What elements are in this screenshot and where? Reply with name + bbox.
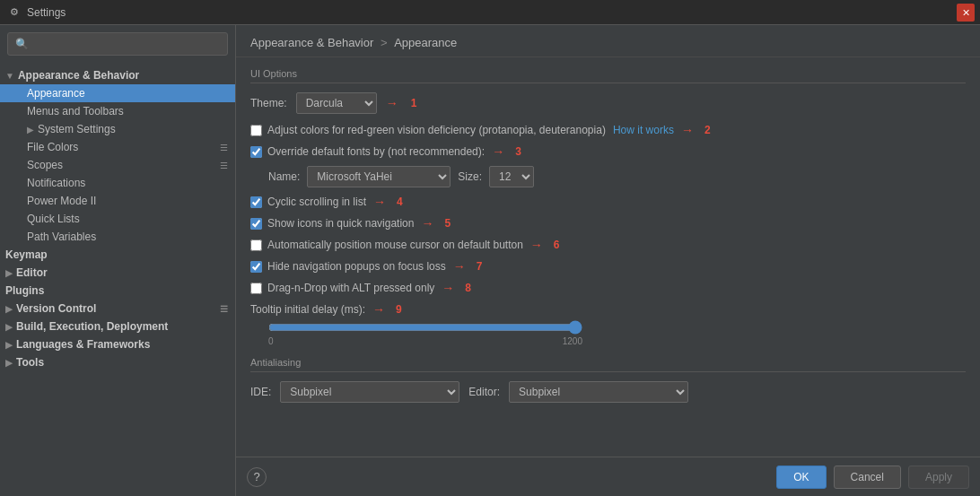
sidebar-item-label: System Settings <box>38 123 116 135</box>
ui-options-label: UI Options <box>250 68 966 83</box>
show-icons-checkbox[interactable] <box>250 218 262 230</box>
sidebar-item-build-execution[interactable]: Build, Execution, Deployment <box>0 318 235 335</box>
auto-position-row: Automatically position mouse cursor on d… <box>250 238 966 252</box>
hide-nav-checkbox[interactable] <box>250 261 262 273</box>
annotation-num-8: 8 <box>465 282 471 294</box>
slider-min: 0 <box>268 336 274 346</box>
help-button[interactable]: ? <box>247 467 267 487</box>
hide-nav-text: Hide navigation popups on focus loss <box>267 260 446 273</box>
red-green-row: Adjust colors for red-green vision defic… <box>250 123 966 137</box>
tooltip-row: Tooltip initial delay (ms): → 9 0 1200 <box>250 302 966 346</box>
tooltip-slider[interactable] <box>268 320 582 335</box>
slider-ticks: 0 1200 <box>268 336 582 346</box>
how-it-works-link[interactable]: How it works <box>613 124 674 136</box>
drag-drop-label[interactable]: Drag-n-Drop with ALT pressed only <box>250 282 434 294</box>
content-panel: Appearance & Behavior > Appearance UI Op… <box>236 25 980 496</box>
sidebar-item-plugins[interactable]: Plugins <box>0 282 235 300</box>
sidebar-item-label: Version Control <box>16 302 96 315</box>
expand-arrow-appearance-behavior <box>5 71 14 81</box>
override-fonts-text: Override default fonts by (not recommend… <box>267 145 485 158</box>
show-icons-label[interactable]: Show icons in quick navigation <box>250 217 414 230</box>
cyclic-scroll-text: Cyclic scrolling in list <box>267 196 366 208</box>
annotation-num-9: 9 <box>396 303 402 316</box>
sidebar-item-file-colors[interactable]: File Colors ☰ <box>0 138 235 156</box>
annotation-num-5: 5 <box>444 217 451 230</box>
breadcrumb-separator: > <box>381 36 390 49</box>
auto-position-checkbox[interactable] <box>250 239 262 251</box>
expand-arrow-languages <box>5 340 13 350</box>
annotation-arrow-2: → <box>681 123 694 137</box>
sidebar-item-appearance-behavior[interactable]: Appearance & Behavior <box>0 66 235 84</box>
red-green-checkbox[interactable] <box>250 125 262 136</box>
content-body: UI Options Theme: Darcula → 1 Adjust col… <box>236 57 980 457</box>
editor-label: Editor: <box>468 386 500 398</box>
sidebar-item-label: Editor <box>16 266 48 279</box>
font-row: Name: Microsoft YaHei Size: 12 <box>268 166 966 187</box>
sidebar-item-tools[interactable]: Tools <box>0 353 235 371</box>
show-icons-text: Show icons in quick navigation <box>267 217 414 230</box>
name-label: Name: <box>268 170 300 183</box>
annotation-arrow-6: → <box>530 238 543 252</box>
sidebar-item-quick-lists[interactable]: Quick Lists <box>0 210 235 228</box>
window-title: Settings <box>27 6 66 19</box>
sidebar-item-label: Build, Execution, Deployment <box>16 320 168 333</box>
override-fonts-row: Override default fonts by (not recommend… <box>250 144 966 159</box>
sidebar-item-notifications[interactable]: Notifications <box>0 174 235 192</box>
close-button[interactable]: ✕ <box>957 4 975 22</box>
search-box[interactable]: 🔍 <box>7 32 228 56</box>
annotation-arrow-8: → <box>442 281 454 295</box>
auto-position-label[interactable]: Automatically position mouse cursor on d… <box>250 239 523 251</box>
sidebar-item-label: Quick Lists <box>27 213 80 225</box>
drag-drop-checkbox[interactable] <box>250 283 262 294</box>
sidebar-item-path-variables[interactable]: Path Variables <box>0 228 235 246</box>
annotation-num-6: 6 <box>554 239 560 251</box>
size-select[interactable]: 12 <box>489 166 534 187</box>
show-icons-row: Show icons in quick navigation → 5 <box>250 216 966 231</box>
annotation-num-2: 2 <box>704 124 711 136</box>
sidebar-item-system-settings[interactable]: System Settings <box>0 120 235 138</box>
font-select[interactable]: Microsoft YaHei <box>307 166 451 187</box>
cyclic-scroll-checkbox[interactable] <box>250 196 262 208</box>
cyclic-scroll-row: Cyclic scrolling in list → 4 <box>250 195 966 209</box>
drag-drop-row: Drag-n-Drop with ALT pressed only → 8 <box>250 281 966 295</box>
ok-button[interactable]: OK <box>776 466 826 489</box>
theme-select[interactable]: Darcula <box>296 92 377 114</box>
breadcrumb: Appearance & Behavior > Appearance <box>236 25 980 57</box>
override-fonts-checkbox[interactable] <box>250 146 262 158</box>
cancel-button[interactable]: Cancel <box>834 466 901 489</box>
sidebar-item-menus-toolbars[interactable]: Menus and Toolbars <box>0 102 235 120</box>
theme-row: Theme: Darcula → 1 <box>250 92 966 114</box>
sidebar-item-label: Languages & Frameworks <box>16 338 150 351</box>
antialiasing-section: Antialiasing IDE: Subpixel Editor: Subpi… <box>250 357 966 403</box>
hide-nav-label[interactable]: Hide navigation popups on focus loss <box>250 260 446 273</box>
override-fonts-label[interactable]: Override default fonts by (not recommend… <box>250 145 485 158</box>
expand-arrow-editor <box>5 268 13 278</box>
expand-arrow-system-settings <box>27 125 34 135</box>
annotation-num-7: 7 <box>477 260 483 273</box>
sidebar-item-appearance[interactable]: Appearance <box>0 84 235 102</box>
sidebar-item-editor[interactable]: Editor <box>0 264 235 282</box>
sidebar-item-label: Path Variables <box>27 231 96 243</box>
vc-badge: ☰ <box>220 304 228 314</box>
slider-max: 1200 <box>563 336 582 346</box>
annotation-arrow-3: → <box>492 144 504 159</box>
sidebar-item-keymap[interactable]: Keymap <box>0 246 235 264</box>
annotation-arrow-5: → <box>421 216 433 231</box>
sidebar-item-label: Appearance & Behavior <box>18 69 139 82</box>
sidebar-item-label: Keymap <box>5 248 48 261</box>
app-icon: ⚙ <box>7 5 22 20</box>
ide-antialiasing-select[interactable]: Subpixel <box>280 381 459 403</box>
sidebar-item-version-control[interactable]: Version Control ☰ <box>0 300 235 318</box>
scopes-badge: ☰ <box>220 161 228 170</box>
cyclic-scroll-label[interactable]: Cyclic scrolling in list <box>250 196 366 208</box>
sidebar-item-power-mode[interactable]: Power Mode II <box>0 192 235 210</box>
red-green-label[interactable]: Adjust colors for red-green vision defic… <box>250 124 606 136</box>
search-input[interactable] <box>34 38 220 50</box>
antialiasing-row: IDE: Subpixel Editor: Subpixel <box>250 381 966 403</box>
sidebar-item-label: Menus and Toolbars <box>27 105 124 117</box>
sidebar-item-languages-frameworks[interactable]: Languages & Frameworks <box>0 335 235 353</box>
sidebar-item-scopes[interactable]: Scopes ☰ <box>0 156 235 174</box>
red-green-text: Adjust colors for red-green vision defic… <box>267 124 606 136</box>
editor-antialiasing-select[interactable]: Subpixel <box>509 381 688 403</box>
apply-button[interactable]: Apply <box>908 466 969 489</box>
